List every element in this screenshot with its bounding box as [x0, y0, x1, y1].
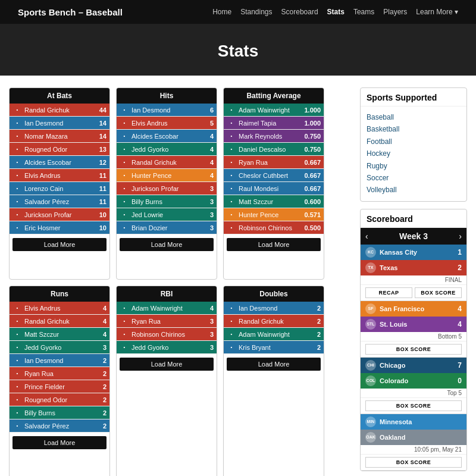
player-name: Nomar Mazara [24, 133, 97, 140]
nav-players[interactable]: Players [383, 8, 407, 16]
game-block: CHI Chicago 7 COL Colorado 0 Top 5BOX SC… [361, 358, 466, 414]
prev-week-button[interactable]: ‹ [365, 231, 368, 241]
table-row: • Elvis Andrus 4 [10, 302, 109, 315]
player-name: Alcides Escobar [24, 159, 97, 166]
hits-load-more[interactable]: Load More [120, 238, 214, 251]
sport-link[interactable]: Baseball [367, 111, 461, 123]
game-action-button[interactable]: BOX SCORE [365, 344, 462, 355]
game-block: MIN Minnesota OAK Oakland 10:05 pm, May … [361, 414, 466, 471]
player-icon: • [227, 223, 236, 233]
team-logo: CHI [365, 360, 376, 371]
sports-supported-title: Sports Supported [361, 88, 466, 107]
table-row: • Kris Bryant 2 [224, 341, 324, 354]
main-nav: Home Standings Scoreboard Stats Teams Pl… [212, 8, 458, 16]
player-icon: • [120, 330, 129, 339]
games-container: KC Kansas City 1 TX Texas 2 FINALRECAPBO… [361, 245, 466, 471]
team-row: COL Colorado 0 [361, 373, 466, 389]
game-status: FINAL [361, 275, 466, 284]
player-name: Ryan Rua [131, 318, 208, 325]
player-stat: 10 [99, 211, 107, 218]
doubles-load-more[interactable]: Load More [227, 358, 321, 371]
runs-rows: • Elvis Andrus 4 • Randal Grichuk 4 • Ma… [10, 302, 109, 433]
table-row: • Jedd Gyorko 3 [10, 341, 109, 354]
hits-card: Hits • Ian Desmond 6 • Elvis Andrus 5 • … [116, 87, 217, 280]
player-name: Jedd Gyorko [131, 146, 208, 153]
player-icon: • [12, 395, 22, 405]
nav-learn-more[interactable]: Learn More ▾ [416, 8, 458, 16]
team-row: TX Texas 2 [361, 260, 466, 275]
player-icon: • [227, 105, 236, 115]
team-row: KC Kansas City 1 [361, 245, 466, 260]
player-icon: • [227, 118, 236, 128]
player-stat: 2 [103, 357, 107, 364]
table-row: • Prince Fielder 2 [10, 380, 109, 393]
player-name: Alcides Escobar [131, 133, 208, 140]
team-score: 4 [458, 305, 462, 313]
player-stat: 12 [99, 159, 107, 166]
player-name: Matt Szczur [239, 198, 302, 205]
player-icon: • [227, 197, 236, 206]
at-bats-card: At Bats • Randal Grichuk 44 • Ian Desmon… [9, 87, 110, 280]
nav-stats[interactable]: Stats [327, 8, 345, 16]
player-icon: • [227, 158, 236, 167]
player-name: Randal Grichuk [131, 159, 208, 166]
table-row: • Matt Szczur 0.600 [224, 195, 324, 208]
table-row: • Billy Burns 2 [10, 406, 109, 419]
rbi-load-more[interactable]: Load More [120, 358, 214, 371]
sport-link[interactable]: Soccer [367, 172, 461, 184]
nav-standings[interactable]: Standings [240, 8, 272, 16]
player-name: Ian Desmond [24, 357, 101, 364]
player-stat: 5 [210, 120, 214, 127]
main-content: At Bats • Randal Grichuk 44 • Ian Desmon… [0, 76, 476, 476]
table-row: • Salvador Pérez 11 [10, 195, 109, 208]
player-icon: • [227, 145, 236, 154]
sport-link[interactable]: Volleyball [367, 184, 461, 196]
batting-avg-title: Batting Average [224, 88, 324, 104]
game-action-button[interactable]: RECAP [365, 287, 412, 298]
nav-home[interactable]: Home [212, 8, 231, 16]
player-icon: • [120, 145, 129, 154]
nav-scoreboard[interactable]: Scoreboard [281, 8, 318, 16]
sidebar: Sports Supported BaseballBasketballFootb… [360, 87, 467, 476]
nav-teams[interactable]: Teams [353, 8, 374, 16]
at-bats-load-more[interactable]: Load More [12, 238, 107, 251]
player-stat: 2 [317, 344, 321, 351]
player-name: Lorenzo Cain [24, 185, 97, 192]
player-icon: • [227, 184, 236, 193]
game-action-button[interactable]: BOX SCORE [365, 457, 462, 468]
player-stat: 0.571 [304, 211, 321, 218]
table-row: • Elvis Andrus 5 [117, 117, 217, 130]
table-row: • Jurickson Profar 3 [117, 182, 217, 195]
player-stat: 2 [103, 383, 107, 390]
player-name: Ian Desmond [131, 107, 208, 114]
team-name: Minnesota [380, 418, 462, 425]
batting-avg-load-more[interactable]: Load More [227, 238, 321, 251]
sport-link[interactable]: Hockey [367, 148, 461, 159]
player-icon: • [227, 303, 236, 313]
table-row: • Robinson Chirinos 0.500 [224, 221, 324, 234]
sport-link[interactable]: Football [367, 136, 461, 148]
player-name: Rougned Odor [24, 146, 97, 153]
sport-link[interactable]: Rugby [367, 160, 461, 172]
player-icon: • [12, 105, 22, 115]
table-row: • Cheslor Cuthbert 0.667 [224, 169, 324, 182]
next-week-button[interactable]: › [459, 231, 462, 241]
table-row: • Hunter Pence 4 [117, 169, 217, 182]
team-logo: SF [365, 303, 376, 314]
team-logo: KC [365, 247, 376, 258]
rbi-title: RBI [117, 286, 217, 302]
team-logo: COL [365, 375, 376, 386]
game-action-button[interactable]: BOX SCORE [365, 400, 462, 411]
scoreboard-card: Scoreboard ‹ Week 3 › KC Kansas City 1 T… [360, 209, 467, 471]
sport-link[interactable]: Basketball [367, 123, 461, 135]
game-status: Top 5 [361, 389, 466, 397]
player-name: Adam Wainwright [239, 331, 315, 338]
game-action-button[interactable]: BOX SCORE [415, 287, 462, 298]
runs-load-more[interactable]: Load More [12, 436, 107, 449]
player-stat: 3 [210, 185, 214, 192]
runs-title: Runs [10, 286, 109, 302]
table-row: • Jed Lowrie 3 [117, 208, 217, 221]
player-name: Mark Reynolds [239, 133, 302, 140]
team-name: Oakland [380, 434, 462, 441]
game-status: 10:05 pm, May 21 [361, 445, 466, 454]
